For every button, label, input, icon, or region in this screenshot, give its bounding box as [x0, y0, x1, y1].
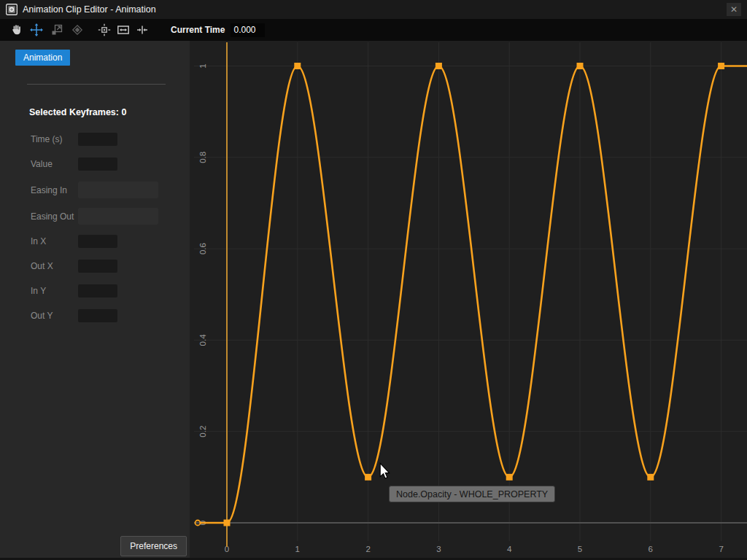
svg-text:4: 4 [507, 545, 512, 553]
svg-text:0.8: 0.8 [198, 152, 207, 163]
out-y-label: Out Y [31, 311, 53, 321]
keyframe-marker[interactable] [436, 63, 442, 69]
easing-in-label: Easing In [31, 185, 67, 195]
move-tool-button[interactable] [26, 20, 47, 39]
target-icon [98, 23, 111, 36]
title-bar: Animation Clip Editor - Animation ✕ [0, 0, 747, 19]
keyframe-marker[interactable] [224, 520, 231, 526]
svg-text:7: 7 [719, 545, 723, 553]
grid-lines [194, 42, 747, 541]
curve-editor[interactable]: 0123456700.20.40.60.81 Node.Opacity - WH… [190, 41, 747, 560]
preferences-button[interactable]: Preferences [120, 536, 187, 556]
tooltip: Node.Opacity - WHOLE_PROPERTY [389, 486, 555, 502]
svg-text:1: 1 [198, 63, 207, 68]
out-x-input[interactable] [78, 260, 117, 273]
easing-in-input[interactable] [78, 182, 158, 198]
animation-clip-editor-window: Animation Clip Editor - Animation ✕ Curr… [0, 0, 747, 560]
keyframe-marker[interactable] [647, 474, 654, 481]
svg-text:2: 2 [365, 545, 370, 553]
svg-text:6: 6 [649, 545, 653, 553]
svg-text:5: 5 [578, 545, 582, 553]
toolbar: Current Time [0, 19, 747, 41]
opacity-curve[interactable] [227, 66, 721, 524]
easing-out-input[interactable] [78, 208, 158, 225]
keyframe-marker[interactable] [294, 63, 301, 69]
tooltip-text: Node.Opacity - WHOLE_PROPERTY [396, 489, 548, 499]
svg-text:0.4: 0.4 [198, 334, 207, 346]
panel-divider [27, 84, 166, 85]
field-row-time-s: Time (s) [0, 133, 190, 146]
svg-text:3: 3 [436, 545, 441, 553]
fit-horizontal-icon [117, 23, 130, 36]
value-label: Value [31, 159, 53, 169]
fit-horizontal-tool-button[interactable] [114, 20, 133, 39]
scale-icon [50, 23, 63, 36]
time-s-input[interactable] [78, 133, 117, 146]
keyframe-marker[interactable] [506, 474, 513, 481]
fit-vertical-tool-button[interactable] [133, 20, 152, 39]
keyframe-tool-button[interactable] [67, 20, 88, 39]
hand-icon [9, 23, 23, 36]
axis-tick-labels: 0123456700.20.40.60.81 [198, 63, 724, 553]
pan-tool-button[interactable] [6, 20, 26, 39]
time-s-label: Time (s) [31, 134, 63, 144]
svg-text:1: 1 [295, 545, 300, 553]
scale-tool-button[interactable] [47, 20, 67, 39]
mouse-cursor [379, 462, 391, 483]
current-time-input[interactable] [231, 23, 265, 37]
keyframe-marker[interactable] [577, 63, 584, 69]
in-y-label: In Y [31, 286, 46, 296]
keyframe-markers [224, 63, 725, 526]
fit-vertical-icon [136, 23, 149, 36]
field-row-in-x: In X [0, 235, 190, 248]
diamond-icon [71, 23, 84, 36]
value-input[interactable] [78, 158, 117, 171]
selected-keyframes-label: Selected Keyframes: [29, 107, 121, 117]
curve-canvas[interactable]: 0123456700.20.40.60.81 [190, 41, 747, 560]
content: Animation Selected Keyframes: 0 Time (s)… [0, 41, 747, 560]
move-icon [30, 23, 43, 36]
tab-animation[interactable]: Animation [15, 50, 70, 66]
keyframe-marker[interactable] [718, 63, 724, 69]
properties-panel: Animation Selected Keyframes: 0 Time (s)… [0, 41, 190, 560]
field-row-easing-in: Easing In [0, 182, 190, 198]
field-row-easing-out: Easing Out [0, 208, 190, 225]
keyframe-marker[interactable] [365, 474, 371, 481]
in-y-input[interactable] [78, 284, 117, 298]
in-x-label: In X [31, 236, 46, 246]
selected-keyframes-count: 0 [121, 107, 126, 117]
close-icon[interactable]: ✕ [727, 3, 741, 16]
window-title: Animation Clip Editor - Animation [23, 4, 721, 15]
in-x-input[interactable] [78, 235, 117, 248]
current-time-label: Current Time [171, 25, 225, 35]
easing-out-label: Easing Out [31, 211, 74, 222]
center-view-tool-button[interactable] [95, 20, 114, 39]
out-x-label: Out X [31, 261, 53, 271]
field-row-in-y: In Y [0, 284, 190, 298]
svg-text:0.6: 0.6 [198, 243, 207, 254]
out-y-input[interactable] [78, 309, 117, 322]
clip-icon [6, 4, 18, 15]
field-row-value: Value [0, 158, 190, 171]
field-row-out-y: Out Y [0, 309, 190, 322]
svg-text:0.2: 0.2 [198, 426, 207, 438]
field-row-out-x: Out X [0, 260, 190, 273]
selected-keyframes-text: Selected Keyframes: 0 [29, 107, 126, 117]
